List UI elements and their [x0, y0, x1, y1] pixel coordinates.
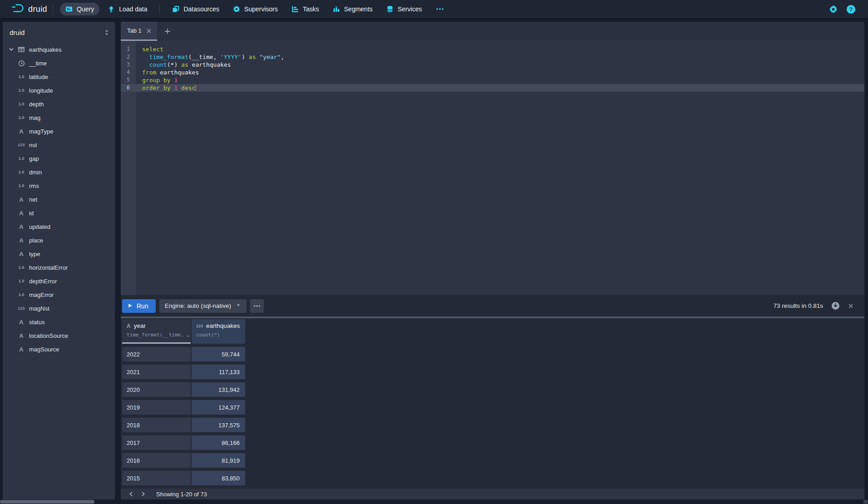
column-label: gap	[29, 155, 39, 162]
logo-text: druid	[28, 5, 47, 14]
datasources-icon	[172, 5, 179, 13]
next-page-button[interactable]	[137, 489, 149, 499]
column-row-status[interactable]: Astatus	[3, 315, 115, 329]
type-badge-float: 1.0	[16, 292, 26, 297]
code-line-2[interactable]: 2 time_format(__time, 'YYYY') as "year",	[121, 53, 864, 61]
column-name: year	[134, 322, 146, 329]
column-row-place[interactable]: Aplace	[3, 233, 115, 247]
table-row: 201681,919	[121, 453, 864, 468]
add-tab-button[interactable]	[157, 22, 178, 41]
navbar: druid QueryLoad dataDatasourcesSuperviso…	[0, 0, 868, 18]
code-line-6[interactable]: 6order by 1 desc	[121, 84, 864, 92]
cell-year[interactable]: 2018	[122, 418, 191, 432]
nav-item-load-data[interactable]: Load data	[102, 3, 153, 15]
table-row: 2018137,575	[121, 418, 864, 432]
nav-item-query[interactable]: Query	[60, 3, 99, 15]
column-row-latitude[interactable]: 1.0latitude	[3, 70, 115, 84]
table-row: 2020131,942	[121, 382, 864, 397]
cell-year[interactable]: 2015	[122, 471, 191, 485]
column-row-longitude[interactable]: 1.0longitude	[3, 84, 115, 97]
column-row-depthError[interactable]: 1.0depthError	[3, 274, 115, 288]
column-row-__time[interactable]: __time	[3, 56, 115, 70]
cell-earthquakes[interactable]: 137,575	[192, 418, 245, 432]
column-row-id[interactable]: Aid	[3, 206, 115, 220]
app-logo[interactable]: druid	[11, 3, 47, 15]
result-count: 73 results in 0.81s	[773, 302, 823, 309]
column-row-magType[interactable]: AmagType	[3, 124, 115, 138]
column-row-magSource[interactable]: AmagSource	[3, 342, 115, 356]
gear-icon[interactable]	[829, 5, 838, 14]
horizontal-scrollbar-thumb[interactable]	[0, 500, 94, 504]
cell-earthquakes[interactable]: 81,919	[192, 453, 245, 468]
column-label: magType	[29, 128, 53, 135]
cell-earthquakes[interactable]: 131,942	[192, 382, 245, 397]
cell-year[interactable]: 2016	[122, 453, 191, 468]
column-row-nst[interactable]: 123nst	[3, 138, 115, 152]
column-label: net	[29, 196, 37, 203]
close-icon[interactable]	[146, 28, 152, 34]
clock-icon	[16, 60, 26, 67]
cell-year[interactable]: 2017	[122, 435, 191, 450]
code-line-5[interactable]: 5group by 1	[121, 76, 864, 84]
column-row-gap[interactable]: 1.0gap	[3, 152, 115, 165]
line-code: group by 1	[136, 76, 178, 84]
cell-earthquakes[interactable]: 124,377	[192, 400, 245, 415]
line-number: 5	[121, 76, 136, 84]
cell-year[interactable]: 2019	[122, 400, 191, 415]
nav-item-tasks[interactable]: Tasks	[286, 3, 325, 15]
nav-items: QueryLoad dataDatasourcesSupervisorsTask…	[59, 0, 450, 18]
type-badge-string: A	[16, 128, 26, 135]
column-row-magNst[interactable]: 123magNst	[3, 301, 115, 315]
column-row-rms[interactable]: 1.0rms	[3, 179, 115, 193]
nav-item-services[interactable]: Services	[381, 3, 428, 15]
engine-label: Engine: auto (sql-native)	[165, 302, 231, 309]
column-row-magError[interactable]: 1.0magError	[3, 288, 115, 301]
column-header-year[interactable]: Ayeartime_format(__time, …	[122, 319, 191, 344]
sql-editor[interactable]: 1select2 time_format(__time, 'YYYY') as …	[121, 41, 864, 295]
cell-year[interactable]: 2022	[122, 347, 191, 361]
nav-item-more[interactable]	[430, 3, 449, 15]
run-button[interactable]: Run	[122, 299, 156, 313]
column-row-updated[interactable]: Aupdated	[3, 220, 115, 233]
query-more-button[interactable]	[250, 299, 264, 313]
results-header-row: Ayeartime_format(__time, …123earthquakes…	[121, 318, 864, 344]
cell-earthquakes[interactable]: 59,744	[192, 347, 245, 361]
code-line-3[interactable]: 3 count(*) as earthquakes	[121, 61, 864, 69]
nav-item-datasources[interactable]: Datasources	[167, 3, 225, 15]
column-row-net[interactable]: Anet	[3, 193, 115, 206]
prev-page-button[interactable]	[125, 489, 137, 499]
sort-icon[interactable]	[104, 29, 109, 36]
nav-item-supervisors[interactable]: Supervisors	[227, 3, 283, 15]
line-code: count(*) as earthquakes	[136, 61, 231, 69]
column-row-depth[interactable]: 1.0depth	[3, 97, 115, 111]
schema-sidebar: druid earthquakes__time1.0latitude1.0lon…	[3, 22, 115, 499]
engine-select[interactable]: Engine: auto (sql-native)	[159, 299, 247, 313]
cell-earthquakes[interactable]: 83,850	[192, 471, 245, 485]
column-row-horizontalError[interactable]: 1.0horizontalError	[3, 261, 115, 274]
column-row-locationSource[interactable]: AlocationSource	[3, 329, 115, 342]
column-label: latitude	[29, 74, 48, 80]
nav-item-segments[interactable]: Segments	[327, 3, 378, 15]
results-close-icon[interactable]	[848, 303, 853, 309]
cell-earthquakes[interactable]: 117,133	[192, 365, 245, 379]
datasource-row-earthquakes[interactable]: earthquakes	[3, 43, 115, 56]
schema-title: druid	[10, 29, 25, 36]
code-line-1[interactable]: 1select	[121, 45, 864, 53]
download-icon[interactable]	[831, 301, 840, 310]
upload-icon	[108, 5, 115, 13]
column-row-dmin[interactable]: 1.0dmin	[3, 165, 115, 179]
code-line-4[interactable]: 4from earthquakes	[121, 69, 864, 76]
pagination-label: Showing 1-20 of 73	[156, 491, 207, 498]
column-header-earthquakes[interactable]: 123earthquakescount(*)	[192, 319, 245, 344]
column-row-type[interactable]: Atype	[3, 247, 115, 261]
pagination-footer: Showing 1-20 of 73	[121, 489, 864, 499]
tab-1[interactable]: Tab 1	[121, 22, 157, 41]
column-expression: time_format(__time, …	[127, 332, 191, 338]
cell-year[interactable]: 2020	[122, 382, 191, 397]
help-icon[interactable]: ?	[847, 5, 855, 14]
gantt-icon	[291, 5, 299, 13]
column-row-mag[interactable]: 1.0mag	[3, 111, 115, 124]
cell-year[interactable]: 2021	[122, 365, 191, 379]
chevron-down-icon[interactable]	[6, 47, 16, 52]
cell-earthquakes[interactable]: 86,166	[192, 435, 245, 450]
